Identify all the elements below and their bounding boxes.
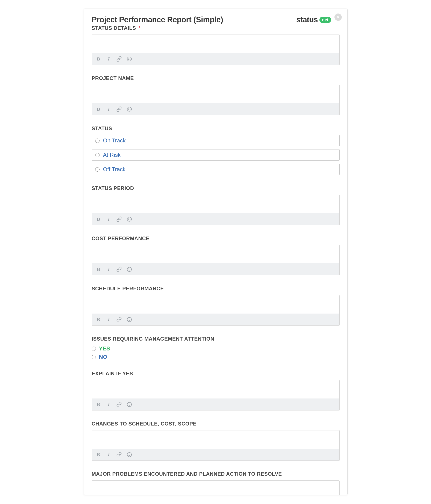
italic-button[interactable]: I — [106, 452, 111, 458]
label-changes: CHANGES TO SCHEDULE, COST, SCOPE — [92, 421, 339, 427]
rte-explain-if-yes: B I — [92, 380, 339, 411]
header-row: Project Performance Report (Simple) stat… — [92, 15, 339, 24]
bold-button[interactable]: B — [96, 106, 101, 112]
rte-schedule-performance: B I — [92, 295, 339, 325]
link-icon — [116, 267, 122, 272]
smile-icon — [127, 317, 132, 322]
modal-content: Project Performance Report (Simple) stat… — [84, 9, 347, 495]
rte-major-problems — [92, 480, 339, 495]
issues-option-label: NO — [99, 354, 107, 360]
smile-icon — [127, 56, 132, 62]
schedule-performance-input[interactable] — [92, 295, 339, 314]
smile-icon — [127, 217, 132, 222]
explain-if-yes-input[interactable] — [92, 380, 339, 398]
label-major-problems: MAJOR PROBLEMS ENCOUNTERED AND PLANNED A… — [92, 471, 339, 477]
status-radio-group: On Track At Risk Off Track — [92, 135, 339, 175]
status-details-input[interactable] — [92, 35, 339, 53]
bold-button[interactable]: B — [96, 317, 101, 322]
status-radio[interactable] — [95, 139, 100, 143]
link-button[interactable] — [116, 106, 122, 112]
label-schedule-performance: SCHEDULE PERFORMANCE — [92, 286, 339, 292]
rte-toolbar: B I — [92, 263, 339, 275]
status-period-input[interactable] — [92, 195, 339, 213]
label-status-details: STATUS DETAILS * — [92, 25, 339, 31]
label-text: STATUS DETAILS — [92, 25, 136, 31]
status-option-at-risk[interactable]: At Risk — [92, 149, 339, 161]
rte-status-details: B I — [92, 35, 339, 65]
label-project-name: PROJECT NAME — [92, 75, 339, 81]
italic-button[interactable]: I — [106, 216, 111, 222]
italic-button[interactable]: I — [106, 106, 111, 112]
rte-toolbar: B I — [92, 103, 339, 115]
rte-project-name: B I — [92, 85, 339, 115]
label-status: STATUS — [92, 126, 339, 131]
modal-panel: × Project Performance Report (Simple) st… — [84, 9, 348, 495]
issues-radio-group: YES NO — [92, 345, 339, 360]
status-option-label: On Track — [103, 137, 126, 144]
emoji-button[interactable] — [127, 56, 132, 62]
svg-point-18 — [127, 452, 131, 457]
issues-radio[interactable] — [92, 347, 96, 351]
rte-changes: B I — [92, 430, 339, 461]
label-issues: ISSUES REQUIRING MANAGEMENT ATTENTION — [92, 336, 339, 342]
rte-toolbar: B I — [92, 398, 339, 411]
emoji-button[interactable] — [127, 267, 132, 272]
page-title: Project Performance Report (Simple) — [92, 15, 223, 24]
link-icon — [116, 402, 122, 407]
project-name-input[interactable] — [92, 85, 339, 103]
link-button[interactable] — [116, 402, 122, 407]
brand-text: status — [296, 15, 318, 24]
svg-point-0 — [127, 57, 131, 61]
status-option-on-track[interactable]: On Track — [92, 135, 339, 146]
smile-icon — [127, 267, 132, 272]
major-problems-input[interactable] — [92, 480, 339, 495]
italic-button[interactable]: I — [106, 402, 111, 407]
italic-button[interactable]: I — [106, 267, 111, 272]
link-button[interactable] — [116, 216, 122, 222]
status-option-off-track[interactable]: Off Track — [92, 164, 339, 175]
bold-button[interactable]: B — [96, 216, 101, 222]
status-option-label: Off Track — [103, 166, 126, 173]
link-icon — [116, 56, 122, 62]
emoji-button[interactable] — [127, 402, 132, 407]
svg-point-9 — [127, 267, 131, 271]
close-button[interactable]: × — [334, 14, 342, 21]
bold-button[interactable]: B — [96, 56, 101, 62]
changes-input[interactable] — [92, 430, 339, 449]
rte-toolbar: B I — [92, 449, 339, 461]
emoji-button[interactable] — [127, 452, 132, 458]
status-radio[interactable] — [95, 153, 100, 157]
bold-button[interactable]: B — [96, 452, 101, 458]
brand-logo: status net — [296, 15, 331, 24]
italic-button[interactable]: I — [106, 56, 111, 62]
emoji-button[interactable] — [127, 317, 132, 322]
label-cost-performance: COST PERFORMANCE — [92, 235, 339, 242]
link-icon — [116, 452, 122, 458]
italic-button[interactable]: I — [106, 317, 111, 322]
link-button[interactable] — [116, 56, 122, 62]
link-icon — [116, 317, 122, 322]
link-icon — [116, 216, 122, 222]
emoji-button[interactable] — [127, 216, 132, 222]
status-option-label: At Risk — [103, 152, 120, 158]
rte-status-period: B I — [92, 195, 339, 225]
link-button[interactable] — [116, 317, 122, 322]
issues-option-no[interactable]: NO — [92, 354, 339, 360]
smile-icon — [127, 452, 132, 457]
issues-radio[interactable] — [92, 355, 96, 359]
rte-toolbar: B I — [92, 314, 339, 325]
side-strip-accent — [347, 34, 348, 40]
link-icon — [116, 106, 122, 112]
bold-button[interactable]: B — [96, 267, 101, 272]
cost-performance-input[interactable] — [92, 245, 339, 263]
bold-button[interactable]: B — [96, 402, 101, 407]
link-button[interactable] — [116, 452, 122, 458]
issues-option-yes[interactable]: YES — [92, 345, 339, 352]
svg-point-12 — [127, 317, 131, 322]
smile-icon — [127, 107, 132, 112]
status-radio[interactable] — [95, 167, 100, 171]
side-strip-accent — [347, 106, 348, 115]
label-explain-if-yes: EXPLAIN IF YES — [92, 371, 339, 377]
link-button[interactable] — [116, 267, 122, 272]
emoji-button[interactable] — [127, 106, 132, 112]
